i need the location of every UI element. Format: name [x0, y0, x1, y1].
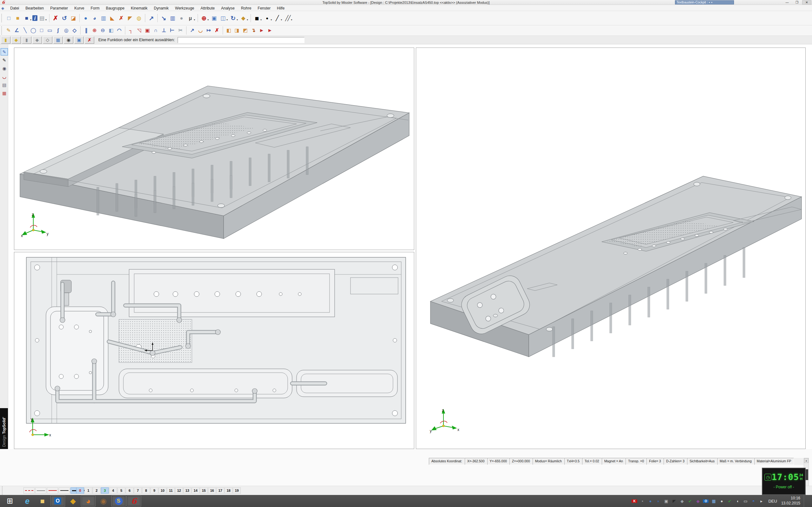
chevron-down-icon[interactable]: ▾ — [226, 18, 228, 21]
file-explorer-icon[interactable]: ■ — [35, 496, 50, 506]
undo-icon[interactable]: ↺ — [60, 14, 69, 22]
java-icon[interactable]: ● — [647, 499, 653, 504]
document-info-icon[interactable]: i — [32, 15, 38, 21]
speech-bubble-icon[interactable]: ● — [177, 14, 186, 22]
parallel-lines-icon[interactable]: ∥ — [82, 26, 90, 35]
menu-fenster[interactable]: Fenster — [255, 6, 273, 11]
layer-tab-11[interactable]: 11 — [167, 487, 175, 494]
chevron-down-icon[interactable]: ▾ — [270, 18, 272, 21]
layer-tab-19[interactable]: 19 — [233, 487, 241, 494]
zoom-plus-icon[interactable]: ⊕ — [200, 14, 208, 22]
hatch-style-icon[interactable]: ╱╱ — [283, 14, 292, 22]
cut-tool-icon[interactable]: ✗ — [117, 14, 125, 22]
layer-tab-1[interactable]: 1 — [84, 487, 92, 494]
layer-tab-14[interactable]: 14 — [192, 487, 200, 494]
layer-tab-5[interactable]: 5 — [117, 487, 125, 494]
lamp-icon[interactable]: ◍ — [135, 14, 143, 22]
pointer-arrow-icon[interactable]: ↗ — [147, 14, 156, 22]
spline-icon[interactable]: ∫ — [54, 26, 62, 35]
chevron-down-icon[interactable]: ▾ — [709, 1, 710, 4]
status-mass[interactable]: Maß = m. Verbindung — [717, 458, 754, 465]
chevron-down-icon[interactable]: ▾ — [291, 18, 292, 21]
measure-diagonal-icon[interactable]: ↗ — [188, 26, 196, 35]
surface-icon[interactable]: ◠ — [115, 26, 123, 35]
outlook-icon[interactable]: O — [50, 496, 65, 506]
restore-button[interactable]: ❐ — [792, 0, 802, 4]
layer-tab-3[interactable]: 3 — [101, 487, 109, 494]
palette-icon[interactable]: ▦ — [1, 89, 8, 97]
textbaustein-cockpit-toolbar[interactable]: Textbaustein-Cockpit ▾ ▾ — [675, 0, 734, 4]
cad-model-iso-right[interactable] — [416, 48, 805, 449]
shaded-part-icon[interactable]: ◆ — [239, 14, 248, 22]
internet-explorer-icon[interactable]: e — [20, 496, 35, 506]
cad-model-plan-view[interactable] — [14, 252, 414, 449]
status-transp[interactable]: Transp. =0 — [625, 458, 647, 465]
binoculars-view-button[interactable]: ◉ — [64, 37, 73, 44]
viewport-bottom-left[interactable]: y x — [14, 252, 414, 449]
chevron-down-icon[interactable]: ▾ — [45, 18, 47, 21]
dim-flanged-part-button[interactable]: ◆ — [32, 37, 42, 44]
menu-attribute[interactable]: Attribute — [198, 6, 217, 11]
volume-icon[interactable]: ◖ — [734, 499, 740, 504]
layer-tab-6[interactable]: 6 — [125, 487, 134, 494]
toolbar-grip[interactable] — [2, 487, 3, 495]
layer-tab-13[interactable]: 13 — [183, 487, 191, 494]
outlook-tray-icon[interactable]: O — [703, 499, 709, 503]
ellipse-icon[interactable]: ◎ — [62, 26, 70, 35]
teamviewer-icon[interactable]: ◗ — [655, 499, 661, 504]
power-plug-icon[interactable]: ◓ — [751, 499, 756, 504]
chevron-down-icon[interactable]: ▾ — [237, 18, 238, 21]
cad-tool-icon[interactable]: ◆ — [66, 496, 80, 506]
tools-blue-icon[interactable]: ◕ — [90, 14, 99, 22]
menu-datei[interactable]: Datei — [7, 6, 22, 11]
menu-bearbeiten[interactable]: Bearbeiten — [22, 6, 47, 11]
menu-kinematik[interactable]: Kinematik — [128, 6, 150, 11]
minimize-button[interactable]: — — [782, 0, 792, 4]
sync-ok-icon[interactable]: ✔ — [687, 499, 693, 504]
status-material[interactable]: Material=Aluminium FP — [754, 458, 794, 465]
keyboard-language[interactable]: DEU — [768, 499, 777, 504]
status-txh[interactable]: TxH=3.5 — [564, 458, 582, 465]
line-style-solid-red[interactable] — [47, 487, 58, 494]
layer-tab-9[interactable]: 9 — [150, 487, 158, 494]
layer-tab-16[interactable]: 16 — [208, 487, 216, 494]
remote-pc-icon[interactable]: ▣ — [663, 499, 669, 504]
usb-icon[interactable]: ◆ — [679, 499, 685, 504]
arrow-delete-icon[interactable]: ↘ — [159, 14, 168, 22]
probe-icon[interactable]: ◉ — [1, 65, 8, 72]
wireframe-part-button[interactable]: ◇ — [43, 37, 52, 44]
menu-kurve[interactable]: Kurve — [71, 6, 87, 11]
viewport-top-left[interactable]: z x y — [14, 48, 414, 250]
magnet-icon[interactable]: ◡ — [1, 73, 8, 80]
layer-tab-17[interactable]: 17 — [216, 487, 224, 494]
toolbar-grip[interactable] — [1, 14, 3, 22]
layer-tab-0[interactable]: 0 — [76, 487, 84, 494]
show-desktop-button[interactable] — [804, 495, 806, 507]
extend-icon[interactable]: ⊢ — [168, 26, 176, 35]
circle-icon[interactable]: ◯ — [29, 26, 38, 35]
chevron-down-icon[interactable]: ▾ — [247, 18, 248, 21]
wrench-orange-icon[interactable]: ◣ — [108, 14, 117, 22]
sliders-icon[interactable]: ▥ — [99, 14, 108, 22]
rectangle-icon[interactable]: □ — [38, 26, 46, 35]
fit-view-icon[interactable]: ▣ — [210, 14, 218, 22]
color-swatch[interactable]: ■ — [252, 14, 261, 22]
menu-hilfe[interactable]: Hilfe — [274, 6, 287, 11]
kaspersky-icon[interactable]: K — [631, 499, 637, 503]
chevron-down-icon[interactable]: ▾ — [194, 18, 195, 21]
menu-baugruppe[interactable]: Baugruppe — [103, 6, 128, 11]
topsolid-taskbar-icon[interactable]: 6 — [126, 496, 141, 506]
menu-analyse[interactable]: Analyse — [218, 6, 238, 11]
draw-pencil-icon[interactable]: ✎ — [1, 56, 8, 64]
delete-element-icon[interactable]: ✗ — [213, 26, 221, 35]
document-window-icon[interactable]: ◈ — [1, 6, 4, 10]
menu-parameter[interactable]: Parameter — [47, 6, 71, 11]
world-icon[interactable]: ● — [81, 14, 90, 22]
layer-tab-7[interactable]: 7 — [134, 487, 142, 494]
delete-icon[interactable]: ✗ — [51, 14, 60, 22]
chevron-down-icon[interactable]: ▾ — [30, 18, 32, 21]
polygon-icon[interactable]: ◇ — [70, 26, 79, 35]
flag-icon[interactable]: ▸ — [758, 499, 764, 504]
shaded-cylinder-button[interactable]: ▮ — [1, 37, 10, 44]
tray-clock[interactable]: 10:1613.02.2015 — [781, 496, 800, 506]
